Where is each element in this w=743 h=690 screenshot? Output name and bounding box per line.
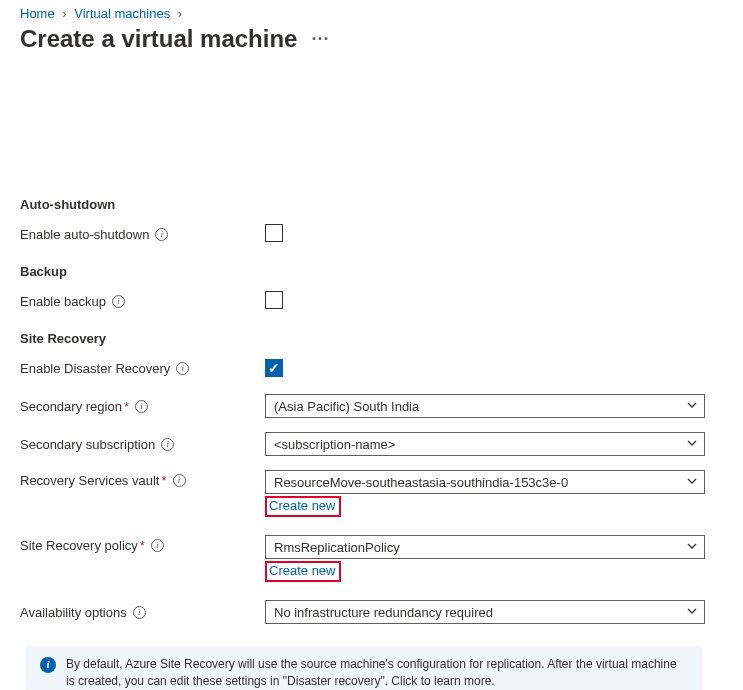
section-backup: Backup: [20, 264, 743, 279]
info-icon[interactable]: i: [155, 228, 168, 241]
availability-options-value: No infrastructure redundancy required: [274, 605, 493, 620]
page-title: Create a virtual machine: [20, 25, 297, 53]
breadcrumb: Home › Virtual machines ›: [20, 6, 743, 21]
secondary-subscription-label: Secondary subscription: [20, 437, 155, 452]
info-icon[interactable]: i: [135, 400, 148, 413]
secondary-subscription-select[interactable]: <subscription-name>: [265, 432, 705, 456]
recovery-vault-label: Recovery Services vault: [20, 473, 159, 488]
chevron-right-icon: ›: [178, 6, 182, 21]
availability-options-label: Availability options: [20, 605, 127, 620]
site-recovery-policy-select[interactable]: RmsReplicationPolicy: [265, 535, 705, 559]
section-site-recovery: Site Recovery: [20, 331, 743, 346]
required-icon: *: [140, 538, 145, 553]
recovery-vault-select[interactable]: ResourceMove-southeastasia-southindia-15…: [265, 470, 705, 494]
enable-dr-checkbox[interactable]: [265, 359, 283, 377]
vault-create-new-link[interactable]: Create new: [269, 498, 335, 514]
enable-auto-shutdown-label: Enable auto-shutdown: [20, 227, 149, 242]
chevron-down-icon: [686, 437, 698, 452]
enable-auto-shutdown-checkbox[interactable]: [265, 224, 283, 242]
policy-create-new-link[interactable]: Create new: [269, 563, 335, 579]
required-icon: *: [161, 473, 166, 488]
more-actions-icon[interactable]: ···: [311, 30, 329, 48]
site-recovery-policy-value: RmsReplicationPolicy: [274, 540, 400, 555]
secondary-region-label: Secondary region: [20, 399, 122, 414]
page-title-row: Create a virtual machine ···: [20, 25, 743, 53]
breadcrumb-home[interactable]: Home: [20, 6, 55, 21]
info-filled-icon: i: [40, 657, 56, 673]
chevron-down-icon: [686, 399, 698, 414]
highlight-policy-create-new: Create new: [265, 561, 341, 582]
secondary-region-select[interactable]: (Asia Pacific) South India: [265, 394, 705, 418]
info-icon[interactable]: i: [133, 606, 146, 619]
chevron-down-icon: [686, 605, 698, 620]
info-icon[interactable]: i: [151, 539, 164, 552]
enable-dr-label: Enable Disaster Recovery: [20, 361, 170, 376]
enable-backup-label: Enable backup: [20, 294, 106, 309]
recovery-vault-value: ResourceMove-southeastasia-southindia-15…: [274, 475, 568, 490]
chevron-right-icon: ›: [62, 6, 66, 21]
info-icon[interactable]: i: [161, 438, 174, 451]
chevron-down-icon: [686, 540, 698, 555]
enable-backup-checkbox[interactable]: [265, 291, 283, 309]
info-banner[interactable]: i By default, Azure Site Recovery will u…: [26, 646, 702, 690]
info-banner-text: By default, Azure Site Recovery will use…: [66, 656, 688, 690]
availability-options-select[interactable]: No infrastructure redundancy required: [265, 600, 705, 624]
info-icon[interactable]: i: [173, 474, 186, 487]
required-icon: *: [124, 399, 129, 414]
secondary-region-value: (Asia Pacific) South India: [274, 399, 419, 414]
chevron-down-icon: [686, 475, 698, 490]
highlight-vault-create-new: Create new: [265, 496, 341, 517]
secondary-subscription-value: <subscription-name>: [274, 437, 395, 452]
info-icon[interactable]: i: [112, 295, 125, 308]
breadcrumb-vms[interactable]: Virtual machines: [74, 6, 170, 21]
info-icon[interactable]: i: [176, 362, 189, 375]
section-auto-shutdown: Auto-shutdown: [20, 197, 743, 212]
site-recovery-policy-label: Site Recovery policy: [20, 538, 138, 553]
